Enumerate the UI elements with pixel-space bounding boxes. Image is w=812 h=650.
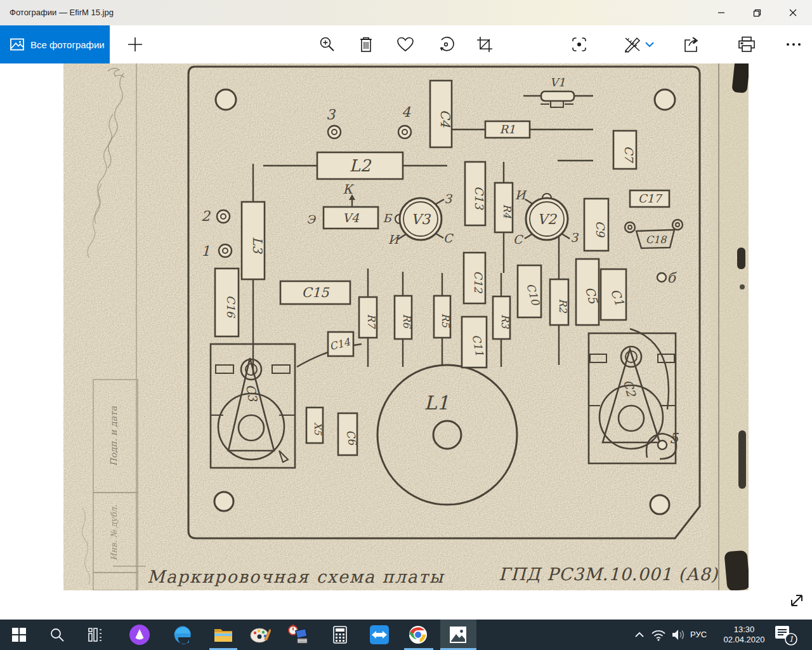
svg-text:V2: V2 xyxy=(537,211,558,227)
favorite-button[interactable] xyxy=(390,25,421,63)
svg-text:С15: С15 xyxy=(302,285,330,300)
fullscreen-arrows-icon xyxy=(787,591,806,610)
all-photos-button[interactable]: Все фотографии xyxy=(0,25,110,63)
speaker-icon xyxy=(671,628,686,641)
edit-create-menu-button[interactable] xyxy=(638,25,661,63)
calculator-button[interactable] xyxy=(325,620,355,650)
component-Х5: Х5 xyxy=(306,408,324,443)
chevron-down-icon xyxy=(645,41,655,48)
component-R4: R4 xyxy=(495,183,513,232)
text-label-Б: Б xyxy=(383,211,392,225)
svg-text:2: 2 xyxy=(201,208,211,224)
component-С16: С16 xyxy=(215,269,239,336)
mounting-hole xyxy=(650,495,669,514)
chrome-button[interactable] xyxy=(403,620,433,650)
stopwatch-computer-icon xyxy=(287,625,309,645)
minimize-button[interactable] xyxy=(707,0,736,25)
svg-text:R2: R2 xyxy=(557,298,569,313)
file-explorer-button[interactable] xyxy=(208,620,239,650)
svg-text:R1: R1 xyxy=(499,123,515,136)
restore-button[interactable] xyxy=(742,0,771,25)
svg-text:С9: С9 xyxy=(594,221,607,238)
edge-button[interactable] xyxy=(167,620,197,650)
svg-text:С: С xyxy=(443,231,454,245)
svg-text:И: И xyxy=(388,232,400,246)
focus-frame-button[interactable] xyxy=(564,25,594,63)
svg-text:R6: R6 xyxy=(401,314,413,329)
pcb-marking-diagram: Подп. и дата Инв. № дубл. xyxy=(63,63,749,590)
voice-assistant-button[interactable] xyxy=(124,620,155,650)
share-icon xyxy=(683,36,702,53)
component-R2: R2 xyxy=(550,279,569,325)
start-button[interactable] xyxy=(4,620,34,650)
svg-text:5: 5 xyxy=(669,430,679,446)
component-С5: С5 xyxy=(576,259,601,325)
add-button[interactable] xyxy=(120,25,150,63)
svg-text:V3: V3 xyxy=(411,211,431,227)
svg-text:3: 3 xyxy=(326,107,336,123)
see-more-button[interactable] xyxy=(778,25,809,63)
volume-button[interactable] xyxy=(667,620,689,650)
svg-text:L3: L3 xyxy=(250,237,265,254)
delete-button[interactable] xyxy=(351,25,381,63)
ellipsis-icon xyxy=(785,42,802,47)
paint-button[interactable] xyxy=(245,620,275,650)
crop-icon xyxy=(476,36,493,53)
photos-app-button[interactable] xyxy=(443,620,473,650)
component-С12: С12 xyxy=(464,253,485,303)
component-С9: С9 xyxy=(584,199,608,251)
taskbar: РУС 13:30 02.04.2020 1 xyxy=(0,620,812,650)
notification-badge: 1 xyxy=(789,635,794,644)
crop-button[interactable] xyxy=(469,25,500,63)
svg-text:С12: С12 xyxy=(472,271,485,294)
file-explorer-icon xyxy=(213,626,233,644)
search-button[interactable] xyxy=(42,620,72,650)
svg-text:L2: L2 xyxy=(350,156,372,175)
component-С4: С4 xyxy=(430,81,453,147)
print-button[interactable] xyxy=(731,25,762,63)
component-L2: L2 xyxy=(317,152,403,179)
rotate-button[interactable] xyxy=(431,25,461,63)
language-indicator[interactable]: РУС xyxy=(690,620,707,650)
svg-text:С: С xyxy=(513,232,524,246)
svg-text:С17: С17 xyxy=(638,192,663,205)
teamviewer-button[interactable] xyxy=(364,620,395,650)
component-С17: С17 xyxy=(630,190,669,207)
component-R5: R5 xyxy=(434,296,452,338)
svg-text:Х5: Х5 xyxy=(312,422,324,436)
svg-text:Э: Э xyxy=(306,213,317,226)
caption-left: Маркировочная схема платы xyxy=(147,567,445,587)
component-R3: R3 xyxy=(493,296,511,339)
svg-text:С7: С7 xyxy=(622,146,636,164)
clock[interactable]: 13:30 02.04.2020 xyxy=(716,620,773,650)
wifi-icon xyxy=(651,628,666,641)
tray-time: 13:30 xyxy=(716,625,773,635)
text-label-Э: Э xyxy=(306,213,317,226)
zoom-button[interactable] xyxy=(312,25,343,63)
system-utility-button[interactable] xyxy=(283,620,313,650)
component-L3: L3 xyxy=(242,202,265,279)
close-button[interactable] xyxy=(778,0,808,25)
action-center-button[interactable]: 1 xyxy=(771,620,799,650)
svg-text:С16: С16 xyxy=(225,295,237,319)
mounting-hole xyxy=(216,90,236,110)
scanned-photo[interactable]: Подп. и дата Инв. № дубл. xyxy=(63,63,749,590)
svg-text:R3: R3 xyxy=(499,314,511,329)
component-V4: V4 xyxy=(324,207,378,229)
wifi-button[interactable] xyxy=(648,620,669,650)
teamviewer-icon xyxy=(369,625,390,645)
fullscreen-button[interactable] xyxy=(785,589,808,612)
photos-app-icon xyxy=(449,626,467,644)
component-R6: R6 xyxy=(395,296,413,339)
component-label: L1 xyxy=(424,392,449,414)
chevron-up-icon xyxy=(634,632,645,638)
task-view-button[interactable] xyxy=(80,620,110,650)
restore-icon xyxy=(753,9,761,17)
edge-icon xyxy=(172,625,192,645)
svg-text:И: И xyxy=(515,188,527,202)
heart-icon xyxy=(396,36,414,53)
component-С10: С10 xyxy=(518,265,542,317)
component-С15: С15 xyxy=(280,281,350,304)
component-label: V1 xyxy=(550,76,565,89)
share-button[interactable] xyxy=(677,25,707,63)
